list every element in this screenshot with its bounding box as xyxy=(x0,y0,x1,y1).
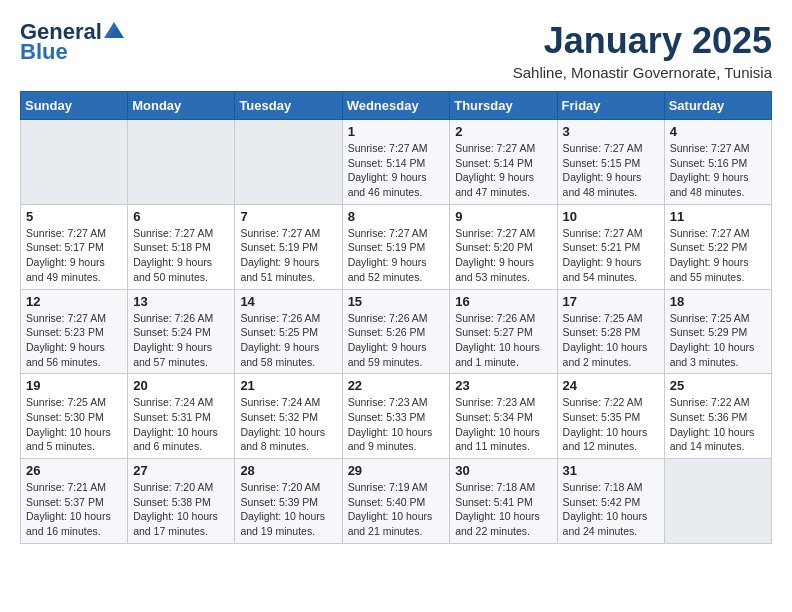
calendar-cell: 10Sunrise: 7:27 AM Sunset: 5:21 PM Dayli… xyxy=(557,204,664,289)
day-number: 22 xyxy=(348,378,445,393)
day-info: Sunrise: 7:25 AM Sunset: 5:30 PM Dayligh… xyxy=(26,395,122,454)
day-info: Sunrise: 7:23 AM Sunset: 5:33 PM Dayligh… xyxy=(348,395,445,454)
day-info: Sunrise: 7:26 AM Sunset: 5:25 PM Dayligh… xyxy=(240,311,336,370)
calendar-cell: 30Sunrise: 7:18 AM Sunset: 5:41 PM Dayli… xyxy=(450,459,557,544)
calendar-cell: 29Sunrise: 7:19 AM Sunset: 5:40 PM Dayli… xyxy=(342,459,450,544)
month-title: January 2025 xyxy=(513,20,772,62)
day-number: 1 xyxy=(348,124,445,139)
weekday-header: Thursday xyxy=(450,92,557,120)
logo-blue: Blue xyxy=(20,40,68,64)
day-number: 7 xyxy=(240,209,336,224)
calendar-cell xyxy=(664,459,771,544)
day-number: 29 xyxy=(348,463,445,478)
day-info: Sunrise: 7:18 AM Sunset: 5:42 PM Dayligh… xyxy=(563,480,659,539)
day-number: 13 xyxy=(133,294,229,309)
day-info: Sunrise: 7:27 AM Sunset: 5:19 PM Dayligh… xyxy=(240,226,336,285)
day-number: 15 xyxy=(348,294,445,309)
calendar-cell: 16Sunrise: 7:26 AM Sunset: 5:27 PM Dayli… xyxy=(450,289,557,374)
day-info: Sunrise: 7:24 AM Sunset: 5:32 PM Dayligh… xyxy=(240,395,336,454)
calendar-cell: 4Sunrise: 7:27 AM Sunset: 5:16 PM Daylig… xyxy=(664,120,771,205)
weekday-header: Saturday xyxy=(664,92,771,120)
day-number: 11 xyxy=(670,209,766,224)
day-number: 27 xyxy=(133,463,229,478)
day-info: Sunrise: 7:18 AM Sunset: 5:41 PM Dayligh… xyxy=(455,480,551,539)
day-info: Sunrise: 7:25 AM Sunset: 5:28 PM Dayligh… xyxy=(563,311,659,370)
day-number: 17 xyxy=(563,294,659,309)
calendar-cell: 15Sunrise: 7:26 AM Sunset: 5:26 PM Dayli… xyxy=(342,289,450,374)
day-info: Sunrise: 7:20 AM Sunset: 5:38 PM Dayligh… xyxy=(133,480,229,539)
calendar-header-row: SundayMondayTuesdayWednesdayThursdayFrid… xyxy=(21,92,772,120)
calendar-cell: 19Sunrise: 7:25 AM Sunset: 5:30 PM Dayli… xyxy=(21,374,128,459)
calendar-cell: 26Sunrise: 7:21 AM Sunset: 5:37 PM Dayli… xyxy=(21,459,128,544)
day-info: Sunrise: 7:27 AM Sunset: 5:19 PM Dayligh… xyxy=(348,226,445,285)
day-info: Sunrise: 7:21 AM Sunset: 5:37 PM Dayligh… xyxy=(26,480,122,539)
day-info: Sunrise: 7:19 AM Sunset: 5:40 PM Dayligh… xyxy=(348,480,445,539)
day-info: Sunrise: 7:27 AM Sunset: 5:14 PM Dayligh… xyxy=(455,141,551,200)
calendar-cell: 17Sunrise: 7:25 AM Sunset: 5:28 PM Dayli… xyxy=(557,289,664,374)
page-header: General Blue January 2025 Sahline, Monas… xyxy=(20,20,772,81)
day-info: Sunrise: 7:27 AM Sunset: 5:17 PM Dayligh… xyxy=(26,226,122,285)
day-number: 8 xyxy=(348,209,445,224)
calendar-cell: 20Sunrise: 7:24 AM Sunset: 5:31 PM Dayli… xyxy=(128,374,235,459)
day-info: Sunrise: 7:26 AM Sunset: 5:26 PM Dayligh… xyxy=(348,311,445,370)
day-info: Sunrise: 7:24 AM Sunset: 5:31 PM Dayligh… xyxy=(133,395,229,454)
day-number: 24 xyxy=(563,378,659,393)
calendar-week-row: 26Sunrise: 7:21 AM Sunset: 5:37 PM Dayli… xyxy=(21,459,772,544)
logo-icon xyxy=(104,22,124,38)
calendar-week-row: 5Sunrise: 7:27 AM Sunset: 5:17 PM Daylig… xyxy=(21,204,772,289)
day-info: Sunrise: 7:20 AM Sunset: 5:39 PM Dayligh… xyxy=(240,480,336,539)
day-number: 31 xyxy=(563,463,659,478)
day-info: Sunrise: 7:27 AM Sunset: 5:16 PM Dayligh… xyxy=(670,141,766,200)
weekday-header: Sunday xyxy=(21,92,128,120)
calendar-cell: 9Sunrise: 7:27 AM Sunset: 5:20 PM Daylig… xyxy=(450,204,557,289)
day-number: 12 xyxy=(26,294,122,309)
day-number: 6 xyxy=(133,209,229,224)
calendar-cell: 8Sunrise: 7:27 AM Sunset: 5:19 PM Daylig… xyxy=(342,204,450,289)
day-info: Sunrise: 7:27 AM Sunset: 5:20 PM Dayligh… xyxy=(455,226,551,285)
calendar-cell: 7Sunrise: 7:27 AM Sunset: 5:19 PM Daylig… xyxy=(235,204,342,289)
day-number: 16 xyxy=(455,294,551,309)
day-number: 25 xyxy=(670,378,766,393)
calendar-cell: 5Sunrise: 7:27 AM Sunset: 5:17 PM Daylig… xyxy=(21,204,128,289)
day-info: Sunrise: 7:26 AM Sunset: 5:27 PM Dayligh… xyxy=(455,311,551,370)
day-number: 9 xyxy=(455,209,551,224)
day-number: 10 xyxy=(563,209,659,224)
calendar-cell: 22Sunrise: 7:23 AM Sunset: 5:33 PM Dayli… xyxy=(342,374,450,459)
day-info: Sunrise: 7:27 AM Sunset: 5:15 PM Dayligh… xyxy=(563,141,659,200)
calendar-week-row: 19Sunrise: 7:25 AM Sunset: 5:30 PM Dayli… xyxy=(21,374,772,459)
weekday-header: Monday xyxy=(128,92,235,120)
calendar-table: SundayMondayTuesdayWednesdayThursdayFrid… xyxy=(20,91,772,544)
day-number: 14 xyxy=(240,294,336,309)
calendar-cell: 2Sunrise: 7:27 AM Sunset: 5:14 PM Daylig… xyxy=(450,120,557,205)
calendar-cell: 1Sunrise: 7:27 AM Sunset: 5:14 PM Daylig… xyxy=(342,120,450,205)
calendar-cell: 6Sunrise: 7:27 AM Sunset: 5:18 PM Daylig… xyxy=(128,204,235,289)
day-number: 28 xyxy=(240,463,336,478)
calendar-cell: 12Sunrise: 7:27 AM Sunset: 5:23 PM Dayli… xyxy=(21,289,128,374)
day-info: Sunrise: 7:27 AM Sunset: 5:22 PM Dayligh… xyxy=(670,226,766,285)
calendar-cell: 24Sunrise: 7:22 AM Sunset: 5:35 PM Dayli… xyxy=(557,374,664,459)
day-number: 19 xyxy=(26,378,122,393)
day-number: 23 xyxy=(455,378,551,393)
title-block: January 2025 Sahline, Monastir Governora… xyxy=(513,20,772,81)
day-number: 20 xyxy=(133,378,229,393)
calendar-week-row: 12Sunrise: 7:27 AM Sunset: 5:23 PM Dayli… xyxy=(21,289,772,374)
calendar-cell: 18Sunrise: 7:25 AM Sunset: 5:29 PM Dayli… xyxy=(664,289,771,374)
calendar-cell: 27Sunrise: 7:20 AM Sunset: 5:38 PM Dayli… xyxy=(128,459,235,544)
day-info: Sunrise: 7:27 AM Sunset: 5:21 PM Dayligh… xyxy=(563,226,659,285)
calendar-cell: 31Sunrise: 7:18 AM Sunset: 5:42 PM Dayli… xyxy=(557,459,664,544)
day-number: 18 xyxy=(670,294,766,309)
calendar-cell: 3Sunrise: 7:27 AM Sunset: 5:15 PM Daylig… xyxy=(557,120,664,205)
calendar-week-row: 1Sunrise: 7:27 AM Sunset: 5:14 PM Daylig… xyxy=(21,120,772,205)
calendar-cell: 23Sunrise: 7:23 AM Sunset: 5:34 PM Dayli… xyxy=(450,374,557,459)
calendar-cell xyxy=(128,120,235,205)
day-info: Sunrise: 7:22 AM Sunset: 5:35 PM Dayligh… xyxy=(563,395,659,454)
calendar-cell: 25Sunrise: 7:22 AM Sunset: 5:36 PM Dayli… xyxy=(664,374,771,459)
calendar-cell: 11Sunrise: 7:27 AM Sunset: 5:22 PM Dayli… xyxy=(664,204,771,289)
day-number: 2 xyxy=(455,124,551,139)
day-info: Sunrise: 7:25 AM Sunset: 5:29 PM Dayligh… xyxy=(670,311,766,370)
weekday-header: Wednesday xyxy=(342,92,450,120)
calendar-cell: 13Sunrise: 7:26 AM Sunset: 5:24 PM Dayli… xyxy=(128,289,235,374)
day-number: 30 xyxy=(455,463,551,478)
calendar-cell xyxy=(21,120,128,205)
day-number: 3 xyxy=(563,124,659,139)
